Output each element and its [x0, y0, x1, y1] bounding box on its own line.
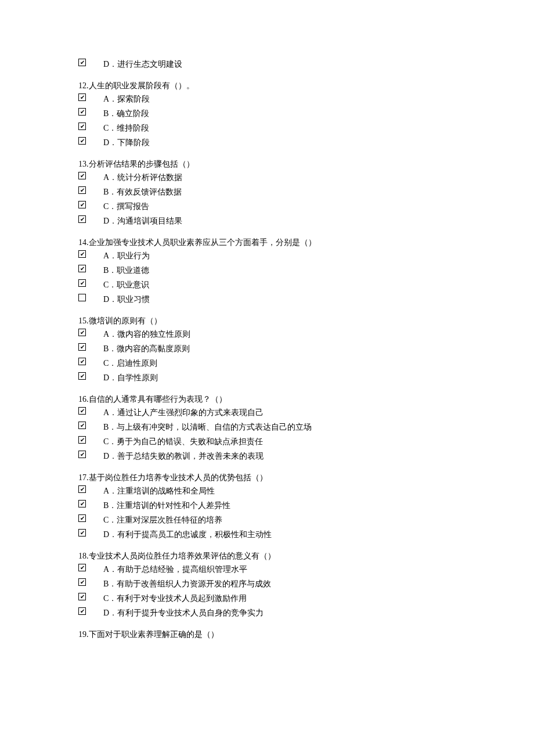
- question-text: 15.微培训的原则有（）: [78, 315, 459, 327]
- checkbox-icon[interactable]: [78, 372, 86, 380]
- checkbox-icon[interactable]: [78, 172, 86, 179]
- option-row: B．职业道德: [78, 264, 459, 276]
- checkbox-icon[interactable]: [78, 201, 86, 208]
- option-label: B．有助于改善组织人力资源开发的程序与成效: [103, 578, 271, 590]
- question-text: 19.下面对于职业素养理解正确的是（）: [78, 628, 459, 640]
- option-label: C．职业意识: [103, 279, 149, 291]
- option-label: A．探索阶段: [103, 93, 150, 105]
- option-label: B．确立阶段: [103, 107, 149, 120]
- option-label: D．进行生态文明建设: [103, 58, 182, 70]
- checkbox-icon[interactable]: [78, 137, 86, 145]
- option-label: A．统计分析评估数据: [103, 171, 182, 183]
- option-row: A．通过让人产生强烈印象的方式来表现自己: [78, 406, 459, 419]
- question-text: 16.自信的人通常具有哪些行为表现？（）: [78, 393, 459, 405]
- question-text: 13.分析评估结果的步骤包括（）: [78, 158, 459, 170]
- option-label: D．沟通培训项目结果: [103, 215, 182, 227]
- option-row: C．勇于为自己的错误、失败和缺点承担责任: [78, 435, 459, 448]
- checkbox-icon[interactable]: [78, 294, 86, 301]
- checkbox-icon[interactable]: [78, 564, 86, 571]
- option-row: D．善于总结失败的教训，并改善未来的表现: [78, 450, 459, 462]
- option-label: C．注重对深层次胜任特征的培养: [103, 514, 222, 526]
- option-row: C．维持阶段: [78, 122, 459, 134]
- option-label: D．善于总结失败的教训，并改善未来的表现: [103, 450, 264, 462]
- checkbox-icon[interactable]: [78, 250, 86, 258]
- checkbox-icon[interactable]: [78, 108, 86, 116]
- checkbox-icon[interactable]: [78, 407, 86, 415]
- option-label: A．通过让人产生强烈印象的方式来表现自己: [103, 406, 264, 419]
- option-row: D．进行生态文明建设: [78, 58, 459, 70]
- option-row: C．有利于对专业技术人员起到激励作用: [78, 592, 459, 604]
- option-label: C．有利于对专业技术人员起到激励作用: [103, 592, 247, 604]
- option-label: C．维持阶段: [103, 122, 149, 134]
- checkbox-icon[interactable]: [78, 436, 86, 444]
- option-row: A．注重培训的战略性和全局性: [78, 485, 459, 497]
- option-row: B．与上级有冲突时，以清晰、自信的方式表达自己的立场: [78, 421, 459, 433]
- option-label: B．微内容的高黏度原则: [103, 343, 190, 355]
- option-label: C．撰写报告: [103, 200, 149, 213]
- option-label: B．与上级有冲突时，以清晰、自信的方式表达自己的立场: [103, 421, 312, 433]
- option-row: A．有助于总结经验，提高组织管理水平: [78, 563, 459, 575]
- checkbox-icon[interactable]: [78, 279, 86, 287]
- checkbox-icon[interactable]: [78, 265, 86, 272]
- option-row: A．探索阶段: [78, 93, 459, 105]
- option-row: C．职业意识: [78, 279, 459, 291]
- checkbox-icon[interactable]: [78, 529, 86, 537]
- option-row: B．有助于改善组织人力资源开发的程序与成效: [78, 578, 459, 590]
- checkbox-icon[interactable]: [78, 329, 86, 336]
- option-row: B．有效反馈评估数据: [78, 186, 459, 198]
- option-row: A．微内容的独立性原则: [78, 328, 459, 340]
- option-label: A．注重培训的战略性和全局性: [103, 485, 215, 497]
- checkbox-icon[interactable]: [78, 59, 86, 66]
- option-row: B．微内容的高黏度原则: [78, 343, 459, 355]
- checkbox-icon[interactable]: [78, 343, 86, 351]
- question-text: 18.专业技术人员岗位胜任力培养效果评估的意义有（）: [78, 550, 459, 562]
- option-row: C．注重对深层次胜任特征的培养: [78, 514, 459, 526]
- question-text: 14.企业加强专业技术人员职业素养应从三个方面着手，分别是（）: [78, 236, 459, 249]
- option-row: D．下降阶段: [78, 136, 459, 149]
- option-label: B．有效反馈评估数据: [103, 186, 182, 198]
- option-row: A．统计分析评估数据: [78, 171, 459, 183]
- question-text: 12.人生的职业发展阶段有（）。: [78, 80, 459, 92]
- checkbox-icon[interactable]: [78, 514, 86, 522]
- option-row: D．自学性原则: [78, 372, 459, 384]
- checkbox-icon[interactable]: [78, 607, 86, 615]
- checkbox-icon[interactable]: [78, 578, 86, 586]
- option-row: C．启迪性原则: [78, 357, 459, 369]
- checkbox-icon[interactable]: [78, 422, 86, 429]
- option-label: D．有利于提高员工的忠诚度，积极性和主动性: [103, 528, 272, 541]
- option-row: D．职业习惯: [78, 293, 459, 305]
- checkbox-icon[interactable]: [78, 93, 86, 101]
- checkbox-icon[interactable]: [78, 485, 86, 493]
- option-label: A．有助于总结经验，提高组织管理水平: [103, 563, 247, 575]
- option-label: C．启迪性原则: [103, 357, 157, 369]
- option-label: B．注重培训的针对性和个人差异性: [103, 499, 230, 512]
- option-row: C．撰写报告: [78, 200, 459, 213]
- option-row: D．有利于提升专业技术人员自身的竞争实力: [78, 607, 459, 619]
- option-label: D．下降阶段: [103, 136, 150, 149]
- option-label: A．微内容的独立性原则: [103, 328, 190, 340]
- option-row: A．职业行为: [78, 250, 459, 262]
- checkbox-icon[interactable]: [78, 215, 86, 223]
- option-row: D．沟通培训项目结果: [78, 215, 459, 227]
- checkbox-icon[interactable]: [78, 500, 86, 507]
- checkbox-icon[interactable]: [78, 358, 86, 365]
- option-label: B．职业道德: [103, 264, 149, 276]
- checkbox-icon[interactable]: [78, 451, 86, 458]
- option-label: D．职业习惯: [103, 293, 150, 305]
- option-label: C．勇于为自己的错误、失败和缺点承担责任: [103, 435, 263, 448]
- option-label: D．有利于提升专业技术人员自身的竞争实力: [103, 607, 264, 619]
- checkbox-icon[interactable]: [78, 186, 86, 194]
- option-row: B．注重培训的针对性和个人差异性: [78, 499, 459, 512]
- option-row: D．有利于提高员工的忠诚度，积极性和主动性: [78, 528, 459, 541]
- option-label: D．自学性原则: [103, 372, 158, 384]
- checkbox-icon[interactable]: [78, 123, 86, 130]
- option-row: B．确立阶段: [78, 107, 459, 120]
- option-label: A．职业行为: [103, 250, 150, 262]
- question-text: 17.基于岗位胜任力培养专业技术人员的优势包括（）: [78, 471, 459, 484]
- checkbox-icon[interactable]: [78, 593, 86, 600]
